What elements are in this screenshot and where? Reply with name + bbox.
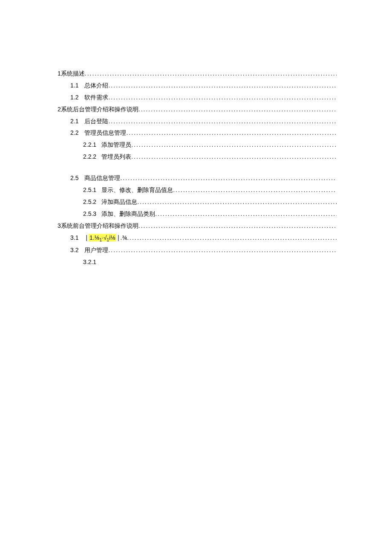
toc-entry: 2.2.2管埋员列表..............................… <box>58 151 337 163</box>
toc-number: 2.2.2 <box>83 151 96 163</box>
toc-title: 管埋员列表 <box>101 151 131 163</box>
toc-entry: 3.2.1 <box>58 257 337 268</box>
toc-number: 2.5.3 <box>83 209 96 220</box>
toc-leader-dots: ........................................… <box>108 80 337 91</box>
toc-entry: 1系统描述...................................… <box>58 68 337 79</box>
toc-entry: 1.1总体介绍.................................… <box>58 80 337 91</box>
toc-leader-dots: ........................................… <box>137 197 337 208</box>
toc-entry: 3系统前台管理介绍和操作说明..........................… <box>58 221 337 232</box>
toc-number: 2.2.1 <box>83 139 96 151</box>
toc-title-garbled: |1.⅛1·√1i⅛|.¾ <box>84 232 127 244</box>
toc-entry: 2.2管理员信息管理..............................… <box>58 128 337 139</box>
toc-leader-dots: ........................................… <box>127 232 337 244</box>
toc-entry: 2系统后台管理介绍和操作说明..........................… <box>58 104 337 115</box>
toc-title: 淬加商品信息 <box>101 197 137 208</box>
toc-title: 添加、删除商品类别 <box>101 209 155 220</box>
toc-title: 软件需求 <box>84 92 108 103</box>
toc-leader-dots: ........................................… <box>126 128 337 139</box>
vertical-bar: | <box>86 232 87 244</box>
toc-title: 系统描述 <box>61 68 85 79</box>
toc-entry: 2.5.1显示、修改、删除育品值息.......................… <box>58 185 337 196</box>
toc-title: 用户管理 <box>84 245 108 256</box>
toc-leader-dots: ........................................… <box>155 209 337 220</box>
toc-leader-dots: ........................................… <box>131 139 337 151</box>
toc-leader-dots: ........................................… <box>108 245 337 256</box>
toc-number: 1.1 <box>70 80 78 91</box>
toc-entry: 3.2用户管理.................................… <box>58 245 337 256</box>
toc-entry: 2.2.1添加管理员..............................… <box>58 139 337 151</box>
toc-number: 2 <box>58 104 61 115</box>
toc-leader-dots: ........................................… <box>85 68 337 79</box>
toc-number: 3.2.1 <box>83 257 96 268</box>
highlighted-text: 1.⅛1·√1i⅛ <box>89 234 116 241</box>
toc-number: 2.5.2 <box>83 197 96 208</box>
blank-row <box>58 163 337 173</box>
toc-title: 系统前台管理介绍和操作说明 <box>61 221 138 232</box>
toc-entry: 2.1后台登陆.................................… <box>58 116 337 127</box>
toc-title: 后台登陆 <box>84 116 108 127</box>
toc-title: 系统后台管理介绍和操作说明 <box>61 104 138 115</box>
table-of-contents: 1系统描述...................................… <box>58 68 337 268</box>
toc-leader-dots: ........................................… <box>120 173 337 184</box>
toc-title: 添加管理员 <box>101 139 131 151</box>
toc-entry: 3.1|1.⅛1·√1i⅛|.¾........................… <box>58 232 337 244</box>
toc-leader-dots: ........................................… <box>108 92 337 103</box>
toc-number: 2.1 <box>70 116 78 127</box>
toc-leader-dots: ........................................… <box>108 116 337 127</box>
toc-number: 3.2 <box>70 245 78 256</box>
toc-title: 管理员信息管理 <box>84 128 126 139</box>
toc-title: 商品信息管理 <box>84 173 120 184</box>
toc-number: 2.5.1 <box>83 185 96 196</box>
toc-leader-dots: ........................................… <box>131 151 337 163</box>
toc-number: 2.5 <box>70 173 78 184</box>
toc-leader-dots: ........................................… <box>138 104 337 115</box>
toc-number: 1 <box>58 68 61 79</box>
toc-entry: 2.5商品信息管理...............................… <box>58 173 337 184</box>
toc-number: 1.2 <box>70 92 78 103</box>
toc-entry: 2.5.2淬加商品信息.............................… <box>58 197 337 208</box>
toc-number: 3.1 <box>70 232 78 244</box>
toc-number: 2.2 <box>70 128 78 139</box>
toc-leader-dots: ........................................… <box>173 185 337 196</box>
vertical-bar: | <box>118 232 119 244</box>
toc-leader-dots: ........................................… <box>138 221 337 232</box>
garbled-after: .¾ <box>121 234 127 241</box>
toc-title: 显示、修改、删除育品值息 <box>101 185 173 196</box>
toc-title: 总体介绍 <box>84 80 108 91</box>
toc-entry: 2.5.3添加、删除商品类别..........................… <box>58 209 337 220</box>
toc-entry: 1.2软件需求.................................… <box>58 92 337 103</box>
toc-number: 3 <box>58 221 61 232</box>
